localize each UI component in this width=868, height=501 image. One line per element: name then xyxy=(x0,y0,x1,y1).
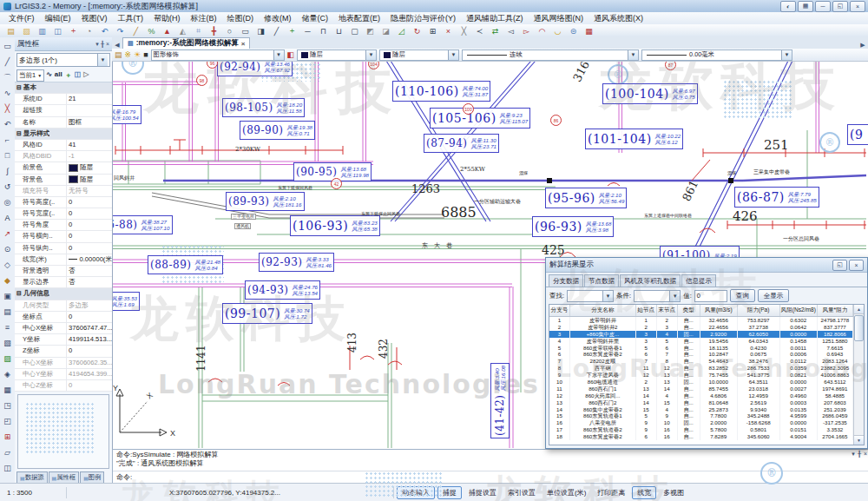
table-row[interactable]: 8西平硐 1112 自...83.2852 286.75330.0359 238… xyxy=(549,365,853,372)
status-toggle-button[interactable]: 多视图 xyxy=(659,487,688,498)
airway-label[interactable]: (89-90) 风量:19.38 风压:0.71 xyxy=(240,121,315,140)
menu-item[interactable]: 通风网络图(N) xyxy=(529,13,589,24)
property-row[interactable]: 前景色 随层 xyxy=(15,162,112,174)
draw-tool-icon[interactable]: ↗ xyxy=(1,227,15,241)
airway-label[interactable]: (95-96) 风量:2.10 风压:56.49 xyxy=(545,188,627,208)
draw-tool-icon[interactable]: ◇ xyxy=(1,258,15,272)
table-row[interactable]: 4皮带明斜井里 35 自...19.5456 64.03430.1458 125… xyxy=(549,338,853,345)
toolbar-icon[interactable]: × xyxy=(441,24,456,37)
value-input[interactable]: 0 xyxy=(694,290,727,302)
table-row[interactable]: 13860西石门2 1415 自...81.0648 2.56190.0003 … xyxy=(549,399,853,406)
property-row[interactable]: 显示边界 否 xyxy=(15,277,112,288)
vertical-scrollbar[interactable]: ▲ ▼ xyxy=(853,305,864,445)
toolbar-icon[interactable]: ◔ xyxy=(82,24,96,37)
draw-tool-icon[interactable]: ↺ xyxy=(1,180,15,194)
table-row[interactable]: 728202皮顺 78 自...54.4643 38.24760.0112 20… xyxy=(549,358,853,365)
chevron-down-icon[interactable]: ▼ xyxy=(628,50,638,60)
property-value[interactable]: 多边形 xyxy=(67,300,112,311)
airway-label[interactable]: (99-107) 风量:30.74 风压:1.72 xyxy=(222,303,312,324)
draw-tool-icon[interactable]: ▭ xyxy=(1,39,15,53)
property-value[interactable]: 否 xyxy=(67,266,112,276)
toolbar-icon[interactable]: ↻ xyxy=(410,24,424,37)
panel-tab[interactable]: 属性框 xyxy=(49,471,80,483)
airway-label[interactable]: (94-93) 风量:24.76 风压:13.54 xyxy=(245,280,320,300)
dialog-tab[interactable]: 节点数据 xyxy=(584,274,619,287)
properties-toolbar-icon[interactable]: all xyxy=(55,70,62,80)
property-row[interactable]: 坐标点 0 xyxy=(15,312,112,323)
toolbar-icon[interactable]: ＋ xyxy=(66,24,81,37)
scroll-up-icon[interactable]: ▲ xyxy=(854,305,864,314)
toolbar-icon[interactable]: ▤ xyxy=(3,24,18,37)
toolbar-icon[interactable]: ─ xyxy=(300,24,315,37)
property-row[interactable]: 中心Y坐标 4194654.399... xyxy=(15,369,112,380)
toolbar-icon[interactable]: ◠ xyxy=(535,24,549,37)
airway-label[interactable]: (105-106) 风量:9.23 风压:115.07 xyxy=(430,108,530,129)
draw-tool-icon[interactable]: ▨ xyxy=(1,352,15,366)
property-row[interactable]: 系统ID 21 xyxy=(15,94,112,105)
menu-item[interactable]: 通风辅助工具(Z) xyxy=(461,13,529,24)
toolbar-icon[interactable]: ◨ xyxy=(253,24,268,37)
property-value[interactable]: 图框 xyxy=(67,117,112,128)
draw-tool-icon[interactable]: A xyxy=(1,211,15,225)
airway-label[interactable]: (106-93) 风量:83.23 风压:65.38 xyxy=(290,215,380,236)
chevron-down-icon[interactable]: ▼ xyxy=(781,50,792,60)
status-toggle-button[interactable]: 单位设置(米) xyxy=(542,487,590,498)
property-value[interactable]: 37606062.35... xyxy=(67,358,112,368)
table-row[interactable]: 10860电缆通道 213 固...10.0000 64.35110.0000 … xyxy=(549,379,853,386)
property-row[interactable]: 风格DBID -1 xyxy=(15,151,112,162)
toolbar-icon[interactable]: ╱ xyxy=(128,24,143,37)
property-row[interactable]: 几何类型 多边形 xyxy=(15,300,112,312)
property-row[interactable]: 线宽(米) 0.00000(米 xyxy=(15,254,112,266)
airway-label[interactable]: (92-93) 风量:3.33 风压:81.46 xyxy=(259,253,334,272)
table-row[interactable]: 6860东翼皮带巷2 67 自...10.2847 0.06750.0006 0… xyxy=(549,351,853,358)
table-row[interactable]: 16八采变电所 910 固...2.0000 -158.62680.0000 -… xyxy=(549,419,853,426)
property-row[interactable]: 填充符号 无符号 xyxy=(15,186,112,197)
properties-toolbar-icon[interactable]: ＋ xyxy=(65,70,72,80)
canvas-toolbar-icon[interactable]: ▤ xyxy=(115,50,122,59)
property-value[interactable]: 随层 xyxy=(67,162,112,173)
draw-tool-icon[interactable]: ▤ xyxy=(1,305,15,319)
toolbar-icon[interactable]: ⊜ xyxy=(566,24,581,37)
menu-item[interactable]: 视图(V) xyxy=(76,13,113,24)
draw-tool-icon[interactable]: ╳ xyxy=(1,102,15,115)
panel-header-button[interactable]: ▾ xyxy=(95,41,99,48)
panel-header-button[interactable]: × xyxy=(106,41,109,48)
status-toggle-button[interactable]: 索引设置 xyxy=(503,487,540,498)
toolbar-icon[interactable]: ▻ xyxy=(519,24,534,37)
chevron-down-icon[interactable]: ▼ xyxy=(602,291,613,301)
property-row[interactable]: 几何信息 xyxy=(15,288,112,300)
property-value[interactable]: 0 xyxy=(67,197,112,208)
toolbar-icon[interactable]: ⇄ xyxy=(488,24,503,37)
window-control-button[interactable]: ◱ xyxy=(832,1,848,12)
properties-toolbar-icon[interactable]: ∿ xyxy=(46,70,52,80)
show-all-button[interactable]: 全显示 xyxy=(758,289,790,302)
table-row[interactable]: 14860集中皮带巷2 154 自...25.2873 9.93400.0135… xyxy=(549,406,853,413)
background-color-combo[interactable]: 随层 ▼ xyxy=(379,49,459,61)
toolbar-icon[interactable]: ⊔ xyxy=(332,24,346,37)
panel-tab[interactable]: 数据源 xyxy=(16,471,48,483)
scroll-down-icon[interactable]: ▼ xyxy=(854,435,864,445)
toolbar-icon[interactable]: ⌗ xyxy=(191,24,206,37)
airway-label[interactable]: (101-104) 风量:10.22 风压:6.12 xyxy=(585,129,683,149)
toolbar-icon[interactable]: ⊞ xyxy=(425,24,440,37)
toolbar-icon[interactable]: ◅ xyxy=(503,24,518,37)
draw-tool-icon[interactable]: ≡ xyxy=(1,320,15,334)
command-dock-button[interactable]: ╂ xyxy=(858,451,861,458)
chevron-down-icon[interactable]: ▼ xyxy=(448,50,458,60)
airway-label[interactable]: (110-106) 风量:74.00 风压:31.87 xyxy=(392,81,490,102)
dialog-tab[interactable]: 分支数据 xyxy=(549,274,583,287)
condition-combo[interactable]: ▼ xyxy=(634,290,681,302)
menu-item[interactable]: 编辑(E) xyxy=(40,13,76,24)
toolbar-icon[interactable]: ╱ xyxy=(269,24,284,37)
property-row[interactable]: 风格ID 41 xyxy=(15,140,112,151)
airway-label[interactable]: (41-42) 风量:3.40 风压:16.08 xyxy=(490,363,510,438)
draw-tool-icon[interactable]: ◆ xyxy=(1,274,15,287)
selection-combo[interactable]: 多边形 (1个) ▼ xyxy=(16,53,110,67)
property-value[interactable]: 37606747.47... xyxy=(67,323,112,333)
draw-tool-icon[interactable]: ◈ xyxy=(1,367,15,381)
property-value[interactable]: 0 xyxy=(67,346,112,356)
scroll-thumb[interactable] xyxy=(854,315,864,341)
canvas-toolbar-icon[interactable]: ■ xyxy=(143,50,148,59)
dialog-control-button[interactable]: × xyxy=(849,260,864,271)
draw-tool-icon[interactable]: ╱ xyxy=(1,55,15,69)
